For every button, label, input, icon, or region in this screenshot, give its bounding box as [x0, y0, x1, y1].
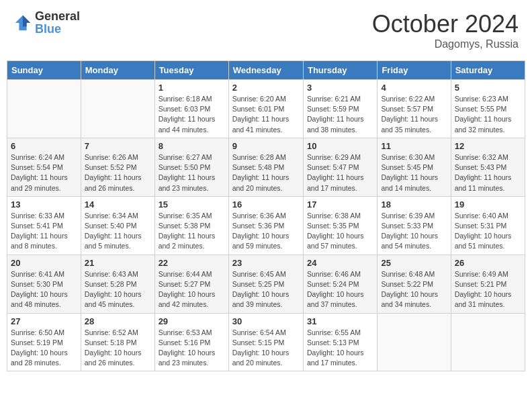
day-info: Sunrise: 6:46 AMSunset: 5:24 PMDaylight:… — [307, 269, 373, 310]
day-info: Sunrise: 6:24 AMSunset: 5:54 PMDaylight:… — [11, 152, 77, 193]
day-number: 3 — [307, 83, 373, 93]
day-info: Sunrise: 6:52 AMSunset: 5:18 PMDaylight:… — [85, 328, 151, 369]
day-info: Sunrise: 6:55 AMSunset: 5:13 PMDaylight:… — [307, 328, 373, 369]
day-number: 9 — [232, 141, 300, 151]
day-number: 19 — [455, 199, 521, 210]
day-number: 16 — [232, 199, 300, 210]
calendar-cell: 28Sunrise: 6:52 AMSunset: 5:18 PMDayligh… — [81, 313, 154, 371]
calendar-cell: 13Sunrise: 6:33 AMSunset: 5:41 PMDayligh… — [7, 196, 81, 255]
day-info: Sunrise: 6:53 AMSunset: 5:16 PMDaylight:… — [159, 328, 225, 369]
day-info: Sunrise: 6:41 AMSunset: 5:30 PMDaylight:… — [11, 269, 77, 310]
calendar-cell: 22Sunrise: 6:44 AMSunset: 5:27 PMDayligh… — [154, 255, 228, 313]
calendar-cell: 30Sunrise: 6:54 AMSunset: 5:15 PMDayligh… — [228, 313, 303, 371]
day-header-monday: Monday — [81, 61, 154, 80]
day-info: Sunrise: 6:32 AMSunset: 5:43 PMDaylight:… — [455, 152, 521, 193]
day-number: 7 — [85, 141, 151, 151]
calendar-cell — [451, 313, 525, 371]
day-number: 22 — [159, 258, 225, 268]
calendar-cell: 3Sunrise: 6:21 AMSunset: 5:59 PMDaylight… — [303, 80, 377, 138]
calendar-cell: 6Sunrise: 6:24 AMSunset: 5:54 PMDaylight… — [7, 138, 81, 196]
day-number: 12 — [455, 141, 521, 151]
day-info: Sunrise: 6:49 AMSunset: 5:21 PMDaylight:… — [455, 269, 521, 310]
day-info: Sunrise: 6:54 AMSunset: 5:15 PMDaylight:… — [232, 328, 300, 369]
day-number: 15 — [159, 199, 225, 210]
calendar-table: SundayMondayTuesdayWednesdayThursdayFrid… — [7, 60, 525, 371]
calendar-cell: 19Sunrise: 6:40 AMSunset: 5:31 PMDayligh… — [451, 196, 525, 255]
calendar-cell: 25Sunrise: 6:48 AMSunset: 5:22 PMDayligh… — [378, 255, 451, 313]
day-info: Sunrise: 6:27 AMSunset: 5:50 PMDaylight:… — [159, 152, 225, 193]
calendar-cell: 1Sunrise: 6:18 AMSunset: 6:03 PMDaylight… — [154, 80, 228, 138]
day-header-sunday: Sunday — [7, 61, 81, 80]
calendar-cell: 17Sunrise: 6:38 AMSunset: 5:35 PMDayligh… — [303, 196, 377, 255]
day-header-thursday: Thursday — [303, 61, 377, 80]
day-info: Sunrise: 6:48 AMSunset: 5:22 PMDaylight:… — [381, 269, 447, 310]
calendar-cell: 15Sunrise: 6:35 AMSunset: 5:38 PMDayligh… — [154, 196, 228, 255]
title-block: October 2024 Dagomys, Russia — [372, 10, 519, 50]
calendar-cell: 21Sunrise: 6:43 AMSunset: 5:28 PMDayligh… — [81, 255, 154, 313]
calendar-cell: 2Sunrise: 6:20 AMSunset: 6:01 PMDaylight… — [228, 80, 303, 138]
day-info: Sunrise: 6:29 AMSunset: 5:47 PMDaylight:… — [307, 152, 373, 193]
month-title: October 2024 — [372, 10, 519, 38]
day-number: 31 — [307, 316, 373, 326]
day-info: Sunrise: 6:39 AMSunset: 5:33 PMDaylight:… — [381, 211, 447, 252]
day-number: 30 — [232, 316, 300, 326]
day-info: Sunrise: 6:50 AMSunset: 5:19 PMDaylight:… — [11, 328, 77, 369]
day-number: 20 — [11, 258, 77, 268]
calendar-cell: 20Sunrise: 6:41 AMSunset: 5:30 PMDayligh… — [7, 255, 81, 313]
calendar-cell: 26Sunrise: 6:49 AMSunset: 5:21 PMDayligh… — [451, 255, 525, 313]
day-number: 13 — [11, 199, 77, 210]
day-info: Sunrise: 6:34 AMSunset: 5:40 PMDaylight:… — [85, 211, 151, 252]
day-number: 21 — [85, 258, 151, 268]
calendar-cell: 7Sunrise: 6:26 AMSunset: 5:52 PMDaylight… — [81, 138, 154, 196]
calendar-cell — [378, 313, 451, 371]
calendar-week-row: 13Sunrise: 6:33 AMSunset: 5:41 PMDayligh… — [7, 196, 525, 255]
day-info: Sunrise: 6:38 AMSunset: 5:35 PMDaylight:… — [307, 211, 373, 252]
calendar-cell: 5Sunrise: 6:23 AMSunset: 5:55 PMDaylight… — [451, 80, 525, 138]
calendar-cell: 24Sunrise: 6:46 AMSunset: 5:24 PMDayligh… — [303, 255, 377, 313]
calendar-cell: 18Sunrise: 6:39 AMSunset: 5:33 PMDayligh… — [378, 196, 451, 255]
calendar-header-row: SundayMondayTuesdayWednesdayThursdayFrid… — [7, 61, 525, 80]
day-info: Sunrise: 6:22 AMSunset: 5:57 PMDaylight:… — [381, 94, 447, 135]
day-number: 8 — [159, 141, 225, 151]
logo: General Blue — [13, 10, 80, 36]
day-number: 6 — [11, 141, 77, 151]
day-info: Sunrise: 6:35 AMSunset: 5:38 PMDaylight:… — [159, 211, 225, 252]
day-number: 27 — [11, 316, 77, 326]
day-info: Sunrise: 6:30 AMSunset: 5:45 PMDaylight:… — [381, 152, 447, 193]
logo-icon — [13, 13, 32, 32]
calendar-cell — [81, 80, 154, 138]
day-info: Sunrise: 6:23 AMSunset: 5:55 PMDaylight:… — [455, 94, 521, 135]
calendar-cell: 12Sunrise: 6:32 AMSunset: 5:43 PMDayligh… — [451, 138, 525, 196]
logo-blue-text: Blue — [35, 22, 61, 36]
svg-marker-1 — [23, 15, 30, 27]
day-number: 11 — [381, 141, 447, 151]
day-number: 17 — [307, 199, 373, 210]
calendar-cell: 14Sunrise: 6:34 AMSunset: 5:40 PMDayligh… — [81, 196, 154, 255]
day-info: Sunrise: 6:21 AMSunset: 5:59 PMDaylight:… — [307, 94, 373, 135]
day-header-wednesday: Wednesday — [228, 61, 303, 80]
day-info: Sunrise: 6:36 AMSunset: 5:36 PMDaylight:… — [232, 211, 300, 252]
day-info: Sunrise: 6:40 AMSunset: 5:31 PMDaylight:… — [455, 211, 521, 252]
calendar-cell: 29Sunrise: 6:53 AMSunset: 5:16 PMDayligh… — [154, 313, 228, 371]
day-info: Sunrise: 6:18 AMSunset: 6:03 PMDaylight:… — [159, 94, 225, 135]
calendar-cell: 9Sunrise: 6:28 AMSunset: 5:48 PMDaylight… — [228, 138, 303, 196]
calendar-cell: 31Sunrise: 6:55 AMSunset: 5:13 PMDayligh… — [303, 313, 377, 371]
calendar-cell: 8Sunrise: 6:27 AMSunset: 5:50 PMDaylight… — [154, 138, 228, 196]
location: Dagomys, Russia — [372, 38, 519, 50]
day-info: Sunrise: 6:20 AMSunset: 6:01 PMDaylight:… — [232, 94, 300, 135]
calendar-cell: 23Sunrise: 6:45 AMSunset: 5:25 PMDayligh… — [228, 255, 303, 313]
day-info: Sunrise: 6:28 AMSunset: 5:48 PMDaylight:… — [232, 152, 300, 193]
calendar-cell: 4Sunrise: 6:22 AMSunset: 5:57 PMDaylight… — [378, 80, 451, 138]
day-info: Sunrise: 6:45 AMSunset: 5:25 PMDaylight:… — [232, 269, 300, 310]
day-info: Sunrise: 6:26 AMSunset: 5:52 PMDaylight:… — [85, 152, 151, 193]
logo-general-text: General — [35, 9, 80, 23]
day-header-friday: Friday — [378, 61, 451, 80]
calendar-cell: 27Sunrise: 6:50 AMSunset: 5:19 PMDayligh… — [7, 313, 81, 371]
day-number: 18 — [381, 199, 447, 210]
day-number: 24 — [307, 258, 373, 268]
day-header-saturday: Saturday — [451, 61, 525, 80]
day-number: 25 — [381, 258, 447, 268]
calendar-cell: 10Sunrise: 6:29 AMSunset: 5:47 PMDayligh… — [303, 138, 377, 196]
calendar-week-row: 6Sunrise: 6:24 AMSunset: 5:54 PMDaylight… — [7, 138, 525, 196]
calendar-cell: 11Sunrise: 6:30 AMSunset: 5:45 PMDayligh… — [378, 138, 451, 196]
